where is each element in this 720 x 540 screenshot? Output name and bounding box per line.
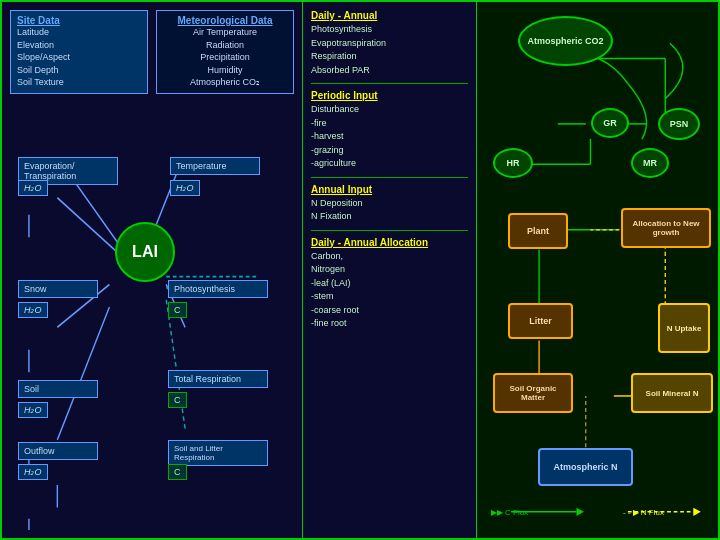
da-respiration: Respiration: [311, 50, 468, 64]
met-air-temp: Air Temperature: [163, 26, 287, 39]
total-resp-c: C: [168, 392, 187, 408]
site-data-items: Latitude Elevation Slope/Aspect Soil Dep…: [17, 26, 141, 89]
photo-c: C: [168, 302, 187, 318]
soil-mineral-n-box: Soil Mineral N: [631, 373, 713, 413]
outflow-box: Outflow: [18, 442, 98, 460]
daily-annual-section: Daily - Annual Photosynthesis Evapotrans…: [311, 10, 468, 84]
svg-marker-31: [693, 508, 700, 516]
lai-circle: LAI: [115, 222, 175, 282]
c-flux-icon: ▶▶: [491, 508, 503, 517]
met-precip: Precipitation: [163, 51, 287, 64]
svg-marker-29: [576, 508, 583, 516]
hr-box: HR: [493, 148, 533, 178]
n-flux-icon: - - ▶: [623, 508, 639, 517]
alloc-nitrogen: Nitrogen: [311, 263, 468, 277]
snow-h2o: H₂O: [18, 302, 48, 318]
pi-fire: -fire: [311, 117, 468, 131]
pi-agriculture: -agriculture: [311, 157, 468, 171]
psn-box: PSN: [658, 108, 700, 140]
soil-litter-box: Soil and Litter Respiration: [168, 440, 268, 466]
periodic-title: Periodic Input: [311, 90, 468, 101]
n-uptake-box: N Uptake: [658, 303, 710, 353]
site-data-latitude: Latitude: [17, 26, 141, 39]
site-data-box: Site Data Latitude Elevation Slope/Aspec…: [10, 10, 148, 94]
pi-disturbance: Disturbance: [311, 103, 468, 117]
soil-organic-box: Soil Organic Matter: [493, 373, 573, 413]
total-resp-box: Total Respiration: [168, 370, 268, 388]
met-radiation: Radiation: [163, 39, 287, 52]
ai-n-fix: N Fixation: [311, 210, 468, 224]
alloc-carbon: Carbon,: [311, 250, 468, 264]
alloc-stem: -stem: [311, 290, 468, 304]
pi-harvest: -harvest: [311, 130, 468, 144]
c-flux-label: ▶▶ C Flux: [491, 508, 528, 517]
pi-grazing: -grazing: [311, 144, 468, 158]
mr-box: MR: [631, 148, 669, 178]
site-data-soil-depth: Soil Depth: [17, 64, 141, 77]
daily-annual-items: Photosynthesis Evapotranspiration Respir…: [311, 23, 468, 77]
da-absorbed-par: Absorbed PAR: [311, 64, 468, 78]
gr-box: GR: [591, 108, 629, 138]
alloc-fine: -fine root: [311, 317, 468, 331]
ai-n-dep: N Deposition: [311, 197, 468, 211]
right-diagram: Atmospheric CO2 PSN GR MR HR Allocation …: [483, 8, 712, 532]
left-panel: Site Data Latitude Elevation Slope/Aspec…: [2, 2, 302, 538]
litter-box: Litter: [508, 303, 573, 339]
da-photosynthesis: Photosynthesis: [311, 23, 468, 37]
alloc-leaf: -leaf (LAI): [311, 277, 468, 291]
photosynthesis-box: Photosynthesis: [168, 280, 268, 298]
temperature-box: Temperature: [170, 157, 260, 175]
middle-panel: Daily - Annual Photosynthesis Evapotrans…: [302, 2, 477, 538]
svg-line-5: [57, 307, 109, 440]
atm-co2-box: Atmospheric CO2: [518, 16, 613, 66]
site-data-elevation: Elevation: [17, 39, 141, 52]
periodic-items: Disturbance -fire -harvest -grazing -agr…: [311, 103, 468, 171]
right-panel: Atmospheric CO2 PSN GR MR HR Allocation …: [477, 2, 718, 538]
plant-box: Plant: [508, 213, 568, 249]
soil-box: Soil: [18, 380, 98, 398]
outflow-h2o: H₂O: [18, 464, 48, 480]
met-atm-co2: Atmospheric CO₂: [163, 76, 287, 89]
svg-line-6: [166, 299, 185, 429]
met-data-title: Meteorological Data: [163, 15, 287, 26]
allocation-section: Daily - Annual Allocation Carbon, Nitrog…: [311, 237, 468, 331]
met-humidity: Humidity: [163, 64, 287, 77]
snow-box: Snow: [18, 280, 98, 298]
soil-h2o: H₂O: [18, 402, 48, 418]
temp-h2o: H₂O: [170, 180, 200, 196]
annual-title: Annual Input: [311, 184, 468, 195]
site-data-soil-texture: Soil Texture: [17, 76, 141, 89]
met-data-items: Air Temperature Radiation Precipitation …: [163, 26, 287, 89]
evap-h2o: H₂O: [18, 180, 48, 196]
soil-litter-c: C: [168, 464, 187, 480]
site-data-slope: Slope/Aspect: [17, 51, 141, 64]
annual-section: Annual Input N Deposition N Fixation: [311, 184, 468, 231]
site-data-title: Site Data: [17, 15, 141, 26]
daily-annual-title: Daily - Annual: [311, 10, 468, 21]
top-section: Site Data Latitude Elevation Slope/Aspec…: [10, 10, 294, 94]
da-evapotrans: Evapotranspiration: [311, 37, 468, 51]
lai-area: Evaporation/ Transpiration H₂O Temperatu…: [10, 102, 294, 530]
n-flux-label: - - ▶ N Flux: [623, 508, 664, 517]
atmospheric-n-box: Atmospheric N: [538, 448, 633, 486]
main-container: Site Data Latitude Elevation Slope/Aspec…: [0, 0, 720, 540]
periodic-section: Periodic Input Disturbance -fire -harves…: [311, 90, 468, 178]
alloc-title: Daily - Annual Allocation: [311, 237, 468, 248]
annual-items: N Deposition N Fixation: [311, 197, 468, 224]
alloc-items: Carbon, Nitrogen -leaf (LAI) -stem -coar…: [311, 250, 468, 331]
alloc-coarse: -coarse root: [311, 304, 468, 318]
met-data-box: Meteorological Data Air Temperature Radi…: [156, 10, 294, 94]
allocation-box: Allocation to New growth: [621, 208, 711, 248]
